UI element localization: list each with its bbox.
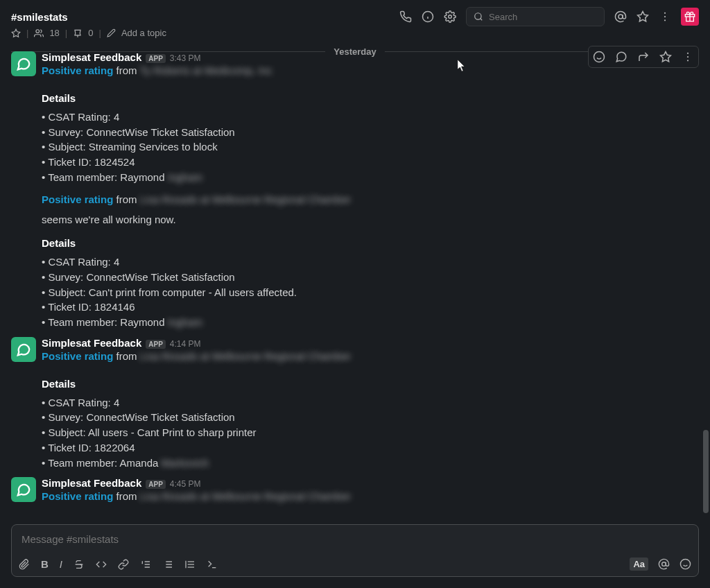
svg-point-3 xyxy=(449,15,452,19)
detail-item: • Survey: ConnectWise Ticket Satisfactio… xyxy=(42,410,699,425)
svg-point-9 xyxy=(664,16,666,17)
message-list: Simplesat Feedback APP 3:43 PM Positive … xyxy=(0,49,710,520)
redacted-customer: Lisa Rosado at Melbourne Regional Chambe… xyxy=(140,490,351,502)
svg-point-38 xyxy=(662,562,666,567)
redacted-customer: Lisa Rosado at Melbourne Regional Chambe… xyxy=(140,350,351,362)
composer-input[interactable] xyxy=(12,525,698,553)
app-badge: APP xyxy=(146,480,166,489)
more-icon[interactable] xyxy=(659,10,671,23)
format-toggle[interactable]: Aa xyxy=(630,557,648,571)
bullet-list-icon[interactable] xyxy=(162,559,173,570)
italic-icon[interactable]: I xyxy=(60,558,62,570)
channel-subheader: | 18 | 0 | Add a topic xyxy=(0,28,710,42)
attachment-icon[interactable] xyxy=(19,559,30,570)
message-author[interactable]: Simplesat Feedback xyxy=(42,51,141,63)
message-hover-toolbar xyxy=(588,46,699,68)
detail-item: • Subject: Can't print from computer - A… xyxy=(42,285,699,300)
message: Simplesat Feedback APP 4:14 PM Positive … xyxy=(11,334,699,471)
channel-name[interactable]: #smilestats xyxy=(11,11,68,23)
members-icon[interactable] xyxy=(34,28,44,38)
svg-point-21 xyxy=(687,56,689,58)
pencil-icon[interactable] xyxy=(107,28,116,37)
strikethrough-icon[interactable] xyxy=(73,559,85,570)
from-text: from xyxy=(116,193,137,205)
code-icon[interactable] xyxy=(96,559,107,570)
composer-toolbar: B I Aa xyxy=(12,553,698,576)
member-count[interactable]: 18 xyxy=(49,28,59,38)
svg-marker-19 xyxy=(661,52,671,62)
blockquote-icon[interactable] xyxy=(184,559,196,570)
detail-item: • Survey: ConnectWise Ticket Satisfactio… xyxy=(42,270,699,285)
add-topic[interactable]: Add a topic xyxy=(121,28,166,38)
detail-item: • Ticket ID: 1824524 xyxy=(42,155,699,170)
bookmark-icon[interactable] xyxy=(658,49,673,64)
header-actions xyxy=(399,7,699,26)
gift-icon[interactable] xyxy=(681,8,699,26)
detail-item: • Ticket ID: 1822064 xyxy=(42,440,699,456)
svg-line-5 xyxy=(480,19,483,21)
message-author[interactable]: Simplesat Feedback xyxy=(42,337,141,349)
link-icon[interactable] xyxy=(118,559,129,570)
details-heading: Details xyxy=(42,92,699,104)
svg-point-14 xyxy=(36,29,40,33)
search-icon xyxy=(474,12,483,21)
details-heading: Details xyxy=(42,378,699,390)
star-icon[interactable] xyxy=(637,10,649,23)
avatar[interactable] xyxy=(11,477,36,502)
star-outline-icon[interactable] xyxy=(11,28,21,38)
message-time: 4:14 PM xyxy=(170,339,201,349)
mention-icon[interactable] xyxy=(658,558,670,570)
svg-point-20 xyxy=(687,53,689,54)
bold-icon[interactable]: B xyxy=(41,558,49,570)
add-reaction-icon[interactable] xyxy=(591,49,607,64)
redacted-customer: Ty Roberts at Medicomp, Inc xyxy=(139,64,272,76)
ordered-list-icon[interactable] xyxy=(140,559,151,570)
more-actions-icon[interactable] xyxy=(680,49,695,64)
scrollbar-thumb[interactable] xyxy=(703,430,709,513)
from-text: from xyxy=(116,350,137,362)
mention-icon[interactable] xyxy=(614,10,627,23)
rating-link[interactable]: Positive rating xyxy=(42,350,113,362)
rating-link[interactable]: Positive rating xyxy=(42,64,113,76)
avatar[interactable] xyxy=(11,51,36,76)
svg-point-6 xyxy=(618,15,623,19)
details-heading: Details xyxy=(42,518,699,520)
code-block-icon[interactable] xyxy=(207,559,218,570)
svg-point-4 xyxy=(475,13,481,19)
phone-icon[interactable] xyxy=(399,10,412,23)
message-author[interactable]: Simplesat Feedback xyxy=(42,477,141,489)
rating-link[interactable]: Positive rating xyxy=(42,490,113,502)
message: Simplesat Feedback APP 3:43 PM Positive … xyxy=(11,49,699,330)
search-box[interactable] xyxy=(466,7,605,26)
gear-icon[interactable] xyxy=(444,10,456,23)
from-text: from xyxy=(116,64,137,76)
message-composer: B I Aa xyxy=(11,524,699,577)
detail-item: • Team member: Amanda Markovich xyxy=(42,456,699,471)
svg-marker-7 xyxy=(638,12,648,21)
detail-item: • Ticket ID: 1824146 xyxy=(42,300,699,315)
app-badge: APP xyxy=(146,54,166,63)
rating-link[interactable]: Positive rating xyxy=(42,193,113,205)
channel-header: #smilestats xyxy=(0,0,710,28)
svg-point-16 xyxy=(594,52,605,62)
svg-marker-13 xyxy=(12,29,20,37)
svg-point-22 xyxy=(687,60,689,61)
message-time: 3:43 PM xyxy=(170,53,201,63)
svg-point-39 xyxy=(680,559,690,569)
share-icon[interactable] xyxy=(636,49,651,64)
pin-icon[interactable] xyxy=(73,28,83,38)
thread-icon[interactable] xyxy=(614,49,629,64)
detail-item: • Subject: All users - Cant Print to sha… xyxy=(42,425,699,440)
detail-item: • CSAT Rating: 4 xyxy=(42,395,699,410)
avatar[interactable] xyxy=(11,337,36,362)
pin-count[interactable]: 0 xyxy=(88,28,93,38)
svg-point-10 xyxy=(664,19,666,21)
message: Simplesat Feedback APP 4:45 PM Positive … xyxy=(11,474,699,520)
emoji-icon[interactable] xyxy=(679,558,691,570)
from-text: from xyxy=(116,490,137,502)
app-badge: APP xyxy=(146,340,166,349)
search-input[interactable] xyxy=(489,12,605,22)
message-time: 4:45 PM xyxy=(170,479,201,489)
info-icon[interactable] xyxy=(422,10,434,23)
svg-point-8 xyxy=(664,12,666,14)
